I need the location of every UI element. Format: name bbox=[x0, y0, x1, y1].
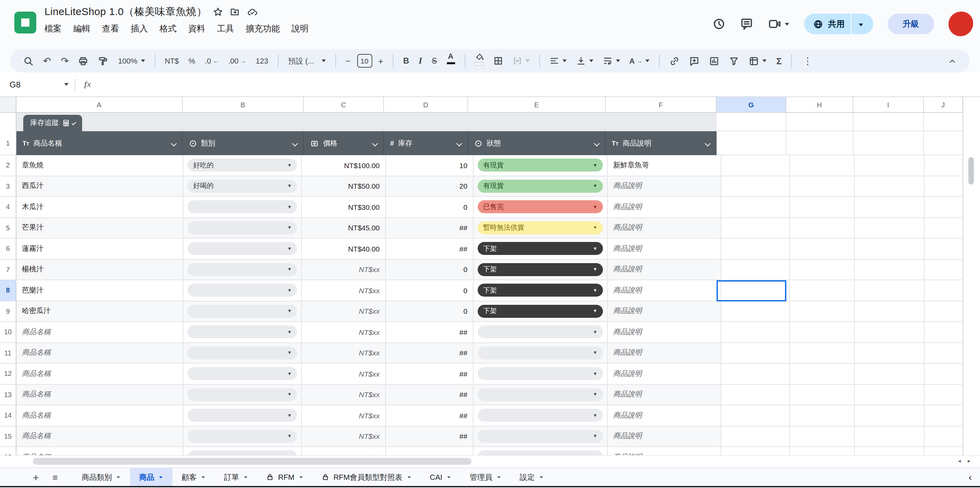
decrease-decimal-button[interactable]: .0← bbox=[201, 52, 222, 69]
cell-description[interactable]: 商品說明 bbox=[608, 239, 721, 259]
cell-price[interactable]: NT$xx bbox=[302, 322, 386, 342]
column-filter-chevron-icon[interactable] bbox=[594, 141, 600, 146]
cell-description[interactable]: 商品說明 bbox=[608, 385, 721, 405]
row-header-15[interactable]: 15 bbox=[0, 426, 16, 447]
increase-decimal-button[interactable]: .00→ bbox=[225, 52, 250, 69]
empty-cell[interactable] bbox=[855, 197, 924, 217]
dropdown-chip[interactable]: ▼ bbox=[188, 263, 297, 276]
cell-status[interactable]: 有現貨▼ bbox=[474, 155, 608, 175]
empty-cell[interactable] bbox=[924, 385, 963, 405]
cell-product-name[interactable]: 商品名稱 bbox=[16, 385, 183, 405]
row-header-9[interactable]: 9 bbox=[0, 301, 16, 322]
dropdown-chip[interactable]: ▼ bbox=[478, 388, 603, 401]
empty-cell[interactable] bbox=[790, 301, 855, 321]
empty-cell[interactable] bbox=[924, 280, 963, 300]
cell-description[interactable]: 商品說明 bbox=[608, 176, 721, 196]
dropdown-chip[interactable]: ▼ bbox=[188, 222, 297, 234]
column-header-G[interactable]: G bbox=[716, 97, 786, 113]
empty-cell[interactable] bbox=[721, 364, 790, 384]
empty-cell[interactable] bbox=[855, 343, 924, 363]
table-header-1[interactable]: 類別 bbox=[182, 131, 304, 155]
sheet-tab-3[interactable]: 訂單 bbox=[215, 468, 258, 486]
row-header-10[interactable]: 10 bbox=[0, 322, 16, 343]
sheet-tab-0[interactable]: 商品類別 bbox=[73, 468, 130, 486]
dropdown-chip[interactable]: ▼ bbox=[188, 368, 297, 380]
header-row-empty-cell[interactable] bbox=[716, 131, 786, 155]
cell-category[interactable]: 好喝的▼ bbox=[183, 176, 302, 196]
sheet-tab-6[interactable]: CAI bbox=[421, 468, 461, 486]
cell-stock[interactable]: ## bbox=[386, 364, 474, 384]
header-row-empty-cell[interactable] bbox=[924, 131, 963, 155]
sheets-logo-icon[interactable] bbox=[14, 12, 36, 33]
cell-description[interactable]: 商品說明 bbox=[608, 259, 721, 280]
share-button[interactable]: 共用 bbox=[804, 14, 873, 34]
empty-cell[interactable] bbox=[790, 197, 855, 217]
empty-cell[interactable] bbox=[855, 447, 924, 455]
fill-color-icon[interactable] bbox=[471, 52, 487, 69]
column-header-E[interactable]: E bbox=[468, 97, 606, 113]
sheet-tab-dropdown-icon[interactable] bbox=[202, 476, 205, 478]
cell-stock[interactable]: ## bbox=[386, 426, 474, 446]
horizontal-scrollbar-thumb[interactable] bbox=[33, 458, 471, 465]
selected-cell-outline[interactable] bbox=[716, 280, 786, 301]
cell-status[interactable]: ▼ bbox=[474, 385, 608, 405]
empty-cell[interactable] bbox=[790, 447, 855, 455]
cell-price[interactable]: NT$30.00 bbox=[302, 197, 386, 217]
row-header-1[interactable]: 1 bbox=[0, 131, 16, 155]
cell-price[interactable]: NT$xx bbox=[302, 259, 386, 280]
scroll-right-icon[interactable]: ▸ bbox=[968, 458, 970, 464]
column-header-D[interactable]: D bbox=[384, 97, 468, 113]
menu-item-6[interactable]: 工具 bbox=[217, 23, 234, 35]
cell-status[interactable]: ▼ bbox=[474, 322, 608, 342]
table-menu-button[interactable] bbox=[60, 115, 72, 131]
cell-status[interactable]: ▼ bbox=[474, 426, 608, 446]
cell-price[interactable]: NT$xx bbox=[302, 426, 386, 446]
italic-button[interactable]: I bbox=[415, 52, 426, 69]
cell-description[interactable]: 商品說明 bbox=[608, 280, 721, 300]
column-header-J[interactable]: J bbox=[924, 97, 963, 113]
cell-product-name[interactable]: 楊桃汁 bbox=[16, 259, 183, 280]
dropdown-chip[interactable]: 有現貨▼ bbox=[478, 180, 603, 193]
menu-item-0[interactable]: 檔案 bbox=[45, 23, 62, 35]
empty-cell[interactable] bbox=[721, 426, 790, 446]
functions-button[interactable]: Σ bbox=[773, 52, 785, 69]
redo-button[interactable]: ↷ bbox=[57, 52, 72, 69]
menu-item-1[interactable]: 編輯 bbox=[73, 23, 90, 35]
font-size-input[interactable]: 10 bbox=[357, 54, 372, 68]
dropdown-chip[interactable]: ▼ bbox=[188, 305, 297, 318]
empty-cell[interactable] bbox=[790, 364, 855, 384]
cell-stock[interactable]: ## bbox=[386, 385, 474, 405]
sheet-tab-dropdown-icon[interactable] bbox=[159, 476, 163, 478]
cell-price[interactable]: NT$45.00 bbox=[302, 218, 386, 238]
row-header-7[interactable]: 7 bbox=[0, 259, 16, 280]
band-empty-cell[interactable] bbox=[786, 113, 853, 131]
cell-category[interactable]: ▼ bbox=[183, 280, 302, 300]
print-icon[interactable] bbox=[75, 52, 92, 69]
cell-price[interactable]: NT$xx bbox=[302, 280, 386, 300]
row-header-5[interactable]: 5 bbox=[0, 218, 16, 239]
dropdown-chip[interactable]: 好喝的▼ bbox=[188, 180, 297, 193]
cell-product-name[interactable]: 章魚燒 bbox=[16, 155, 183, 175]
empty-cell[interactable] bbox=[790, 322, 855, 342]
cell-stock[interactable]: 0 bbox=[386, 280, 474, 300]
sheet-tab-5[interactable]: RFM會員類型對照表 bbox=[313, 468, 421, 486]
empty-cell[interactable] bbox=[721, 259, 790, 280]
cell-category[interactable]: ▼ bbox=[183, 239, 302, 259]
cell-description[interactable]: 新鮮章魚哥 bbox=[608, 155, 721, 175]
cell-product-name[interactable]: 哈密瓜汁 bbox=[16, 301, 183, 321]
column-header-I[interactable]: I bbox=[853, 97, 924, 113]
row-header-11[interactable]: 11 bbox=[0, 343, 16, 364]
tabs-scroll-chevron-icon[interactable]: ‹ bbox=[969, 472, 972, 483]
sheet-tab-dropdown-icon[interactable] bbox=[244, 476, 248, 478]
empty-cell[interactable] bbox=[855, 259, 924, 280]
dropdown-chip[interactable]: ▼ bbox=[188, 409, 297, 422]
cell-category[interactable]: ▼ bbox=[183, 218, 302, 238]
cell-description[interactable]: 商品說明 bbox=[608, 364, 721, 384]
column-filter-chevron-icon[interactable] bbox=[171, 141, 177, 146]
dropdown-chip[interactable]: ▼ bbox=[188, 430, 297, 443]
vertical-align-icon[interactable] bbox=[573, 52, 597, 69]
empty-cell[interactable] bbox=[721, 176, 790, 196]
cell-category[interactable]: ▼ bbox=[183, 259, 302, 280]
cell-stock[interactable]: ## bbox=[386, 343, 474, 363]
share-dropdown-icon[interactable] bbox=[851, 19, 870, 29]
